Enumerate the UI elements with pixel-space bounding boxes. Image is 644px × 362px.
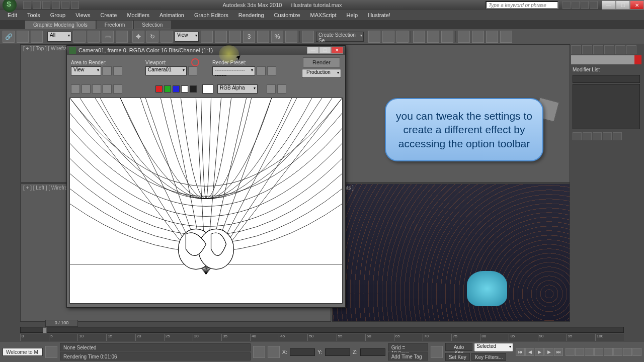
angle-snap-icon[interactable]: 3: [243, 31, 255, 43]
scale-icon[interactable]: [160, 31, 173, 43]
prev-frame-icon[interactable]: ◀: [525, 348, 534, 356]
menu-views[interactable]: Views: [70, 11, 95, 19]
percent-snap-icon[interactable]: [257, 31, 269, 43]
qat-redo-icon[interactable]: [61, 1, 69, 9]
utilities-tab-icon[interactable]: [626, 45, 636, 54]
motion-tab-icon[interactable]: [604, 45, 614, 54]
rw-minimize-button[interactable]: —: [307, 47, 319, 54]
window-crossing-icon[interactable]: [116, 31, 128, 43]
maximize-button[interactable]: ☐: [616, 1, 630, 10]
menu-tools[interactable]: Tools: [22, 11, 45, 19]
menu-help[interactable]: Help: [342, 11, 363, 19]
menu-create[interactable]: Create: [95, 11, 122, 19]
menu-graph editors[interactable]: Graph Editors: [189, 11, 233, 19]
bind-icon[interactable]: [31, 31, 43, 43]
clear-icon[interactable]: [113, 84, 122, 94]
viewport-dropdown[interactable]: Camera01: [145, 66, 187, 75]
green-channel-toggle[interactable]: [164, 85, 171, 93]
object-color-swatch[interactable]: [634, 55, 641, 64]
pin-stack-icon[interactable]: [573, 132, 582, 140]
close-button[interactable]: ✕: [630, 1, 644, 10]
lock-sel-icon[interactable]: [268, 346, 280, 358]
menu-customize[interactable]: Customize: [269, 11, 305, 19]
y-input[interactable]: [325, 348, 350, 356]
lock-ui-icon[interactable]: [45, 346, 57, 358]
key-mode-icon[interactable]: [431, 346, 443, 358]
about-icon[interactable]: [590, 1, 598, 9]
select-rect-icon[interactable]: ▭: [102, 31, 114, 43]
selection-filter-dropdown[interactable]: All: [47, 32, 71, 42]
render-frame-icon[interactable]: [472, 31, 484, 43]
toggle-ui-icon[interactable]: [267, 84, 276, 94]
teapot-icon[interactable]: [500, 31, 512, 43]
move-icon[interactable]: ✥: [132, 31, 144, 43]
toggle-overlay-icon[interactable]: [277, 84, 286, 94]
render-button[interactable]: Render: [303, 57, 340, 67]
qat-new-icon[interactable]: [23, 1, 31, 9]
pan-view-icon[interactable]: [613, 348, 622, 356]
time-ruler[interactable]: 0510152025303540455055606570758085909510…: [20, 334, 624, 341]
x-input[interactable]: [290, 348, 315, 356]
menu-edit[interactable]: Edit: [3, 11, 22, 19]
bg-color-swatch[interactable]: [202, 84, 213, 94]
modifier-stack[interactable]: [573, 84, 640, 129]
select-object-icon[interactable]: [73, 31, 86, 43]
env-icon[interactable]: [267, 66, 276, 75]
goto-end-icon[interactable]: ⏭: [554, 348, 563, 356]
setkey-button[interactable]: Set Key: [445, 353, 470, 361]
snap-icon[interactable]: [229, 31, 241, 43]
rotate-icon[interactable]: ↻: [146, 31, 158, 43]
select-name-icon[interactable]: [88, 31, 100, 43]
edit-region-icon[interactable]: [103, 66, 112, 75]
autokey-button[interactable]: Auto Key: [445, 343, 472, 351]
object-name-field[interactable]: [571, 55, 634, 64]
display-tab-icon[interactable]: [615, 45, 625, 54]
spinner-snap-icon[interactable]: %: [271, 31, 283, 43]
remove-mod-icon[interactable]: [603, 132, 612, 140]
help-icon[interactable]: [581, 1, 589, 9]
save-image-icon[interactable]: [71, 84, 80, 94]
unlink-icon[interactable]: [17, 31, 29, 43]
unique-icon[interactable]: [593, 132, 602, 140]
configure-icon[interactable]: [613, 132, 622, 140]
auto-region-icon[interactable]: [113, 66, 122, 75]
menu-group[interactable]: Group: [45, 11, 71, 19]
schematic-icon[interactable]: [427, 31, 439, 43]
channel-dropdown[interactable]: RGB Alpha: [217, 84, 258, 94]
copy-image-icon[interactable]: [82, 84, 91, 94]
rw-maximize-button[interactable]: ☐: [319, 47, 331, 54]
menu-maxscript[interactable]: MAXScript: [305, 11, 342, 19]
pivot-icon[interactable]: [201, 31, 213, 43]
keyfilters-button[interactable]: Key Filters...: [471, 353, 507, 361]
z-input[interactable]: [360, 348, 385, 356]
ribbon-tab-1[interactable]: Freeform: [97, 21, 133, 29]
modify-tab-icon[interactable]: [582, 45, 592, 54]
render-setup-icon2[interactable]: [257, 66, 266, 75]
hierarchy-tab-icon[interactable]: [593, 45, 603, 54]
render-setup-icon[interactable]: [458, 31, 470, 43]
render-output[interactable]: [69, 98, 343, 304]
zoom-icon[interactable]: [575, 348, 584, 356]
isolate-icon[interactable]: [253, 346, 265, 358]
selset-dropdown[interactable]: Create Selection Se: [316, 32, 364, 42]
print-icon[interactable]: [103, 84, 112, 94]
align-icon[interactable]: [382, 31, 394, 43]
area-dropdown[interactable]: View: [71, 66, 101, 75]
manip-icon[interactable]: [215, 31, 227, 43]
qat-save-icon[interactable]: [42, 1, 50, 9]
lock-viewport-icon[interactable]: [188, 66, 197, 75]
play-icon[interactable]: ▶: [535, 348, 544, 356]
script-listener[interactable]: Welcome to M: [3, 348, 43, 356]
favorites-icon[interactable]: [572, 1, 580, 9]
menu-modifiers[interactable]: Modifiers: [122, 11, 154, 19]
rw-close-button[interactable]: ✕: [331, 47, 343, 54]
time-tag[interactable]: Add Time Tag: [388, 352, 428, 360]
red-channel-toggle[interactable]: [155, 85, 163, 93]
ref-coord-dropdown[interactable]: View: [175, 32, 199, 42]
menu-illustrate![interactable]: Illustrate!: [363, 11, 395, 19]
edit-selset-icon[interactable]: [285, 31, 297, 43]
material-icon[interactable]: [441, 31, 453, 43]
mirror-icon[interactable]: [368, 31, 380, 43]
minimize-button[interactable]: —: [602, 1, 616, 10]
alpha-channel-toggle[interactable]: [181, 85, 188, 93]
